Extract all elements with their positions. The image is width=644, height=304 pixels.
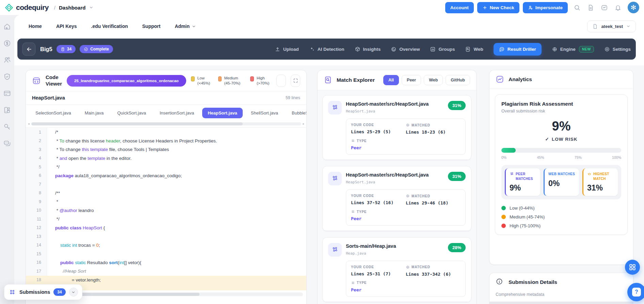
avatar[interactable]: ✻ (628, 2, 639, 13)
code-line[interactable]: 7 (26, 180, 306, 189)
match-type-link[interactable]: Peer (351, 145, 461, 150)
brand[interactable]: codequiry (5, 3, 49, 12)
your-code-label: YOUR CODE (351, 265, 406, 269)
sidebar-palette-icon[interactable] (3, 106, 11, 114)
current-file-name: HeapSort.java (32, 95, 65, 101)
file-tab-bubblesort-java[interactable]: BubbleSort.java (286, 108, 307, 118)
sidebar-key-icon[interactable] (3, 123, 11, 131)
impersonate-button[interactable]: Impersonate (523, 2, 568, 13)
toolbar-tab-result-driller[interactable]: Result Driller (494, 43, 542, 56)
sidebar-users-icon[interactable] (3, 56, 11, 64)
toolbar-tab-ai-detection[interactable]: AI Detection (309, 46, 344, 52)
file-tab-quicksort-java[interactable]: QuickSort.java (112, 108, 151, 118)
file-tab-shellsort-java[interactable]: ShellSort.java (245, 108, 284, 118)
breadcrumb-page[interactable]: Dashboard (59, 5, 85, 11)
code-line[interactable]: 3 * To change this template file, choose… (26, 145, 306, 154)
account-button[interactable]: Account (445, 2, 474, 13)
file-tab-selectionsort-java[interactable]: SelectionSort.java (30, 108, 77, 118)
analytics-panel: Analytics Plagiarism Risk Assessment Ove… (489, 70, 633, 265)
toolbar-square-button[interactable] (276, 75, 286, 87)
code-line[interactable]: 4 * and open the template in the editor. (26, 154, 306, 163)
code-line[interactable]: 10 * @author leandro (26, 206, 306, 215)
code-line[interactable]: 13 (26, 232, 306, 241)
code-viewer-panel: Code Viewer 25_leandroguarino_comparacao… (26, 70, 307, 304)
match-title[interactable]: HeapSort-master/src/HeapSort.java (346, 101, 429, 107)
sidebar-shield-check-icon[interactable] (3, 73, 11, 81)
line-number: 6 (26, 171, 47, 180)
toolbar-tab-insights[interactable]: Insights (355, 46, 381, 52)
toolbar-tab-groups[interactable]: Groups (430, 46, 455, 52)
toolbar-tab-web[interactable]: Web (465, 46, 483, 52)
file-tabs-scrollbar[interactable]: ◂ ▸ (26, 121, 306, 128)
match-card: HeapSort-master/src/HeapSort.javaHeapSor… (322, 166, 471, 231)
code-line[interactable]: 9 * (26, 197, 306, 206)
code-line[interactable]: 1/* (26, 128, 306, 137)
scroll-left-icon[interactable]: ◂ (28, 122, 30, 125)
messages-icon[interactable] (598, 2, 610, 13)
file-tab-heapsort-java[interactable]: HeapSort.java (202, 108, 243, 118)
file-tab-main-java[interactable]: Main.java (79, 108, 109, 118)
match-title[interactable]: Sorts-main/Heap.java (346, 243, 396, 249)
submission-filename-pill[interactable]: 25_leandroguarino_comparacao_algoritmos_… (67, 75, 186, 87)
nav-item-admin[interactable]: Admin (175, 24, 196, 29)
code-line[interactable]: 18 = vetor.length; (26, 276, 306, 285)
nav-item-home[interactable]: Home (29, 24, 42, 29)
code-line[interactable]: 14 static int trocas = 0; (26, 241, 306, 250)
legend-dot (501, 206, 506, 210)
document-icon[interactable] (585, 2, 596, 13)
sidebar-chats-icon[interactable] (3, 139, 11, 148)
sidebar-credit-card-icon[interactable] (3, 89, 11, 97)
filter-peer[interactable]: Peer (402, 75, 421, 85)
scroll-right-icon[interactable]: ▸ (303, 122, 304, 125)
filter-github[interactable]: GitHub (446, 75, 470, 85)
scrollbar-track[interactable] (31, 122, 302, 125)
search-icon[interactable] (571, 2, 583, 13)
match-type-link[interactable]: Peer (351, 287, 461, 292)
filter-web[interactable]: Web (424, 75, 443, 85)
toolbar-tab-overview[interactable]: Overview (391, 46, 420, 52)
panel-scrollbar[interactable] (489, 302, 633, 304)
code-line[interactable]: 16 public static Resultado sort(int[] ve… (26, 258, 306, 267)
toolbar-tab-engine[interactable]: EngineNEW (552, 46, 594, 52)
breadcrumb[interactable]: / Dashboard (54, 5, 94, 11)
toolbar-tab-settings[interactable]: Settings (604, 46, 631, 52)
code-line[interactable]: 8/** (26, 189, 306, 198)
view-full-match-button[interactable]: View Full Match (323, 159, 471, 160)
fullscreen-button[interactable] (291, 75, 300, 87)
help-fab[interactable]: ? (627, 283, 644, 301)
code-line[interactable]: 12public class HeapSort { (26, 224, 306, 232)
file-tab-insertionsort-java[interactable]: InsertionSort.java (154, 108, 199, 118)
code-line[interactable]: 2 * To change this license header, choos… (26, 137, 306, 146)
filter-all[interactable]: All (383, 75, 399, 85)
code-area[interactable]: 1/*2 * To change this license header, ch… (26, 128, 306, 290)
risk-heading: Plagiarism Risk Assessment (501, 101, 621, 107)
nav-item-support[interactable]: Support (142, 24, 161, 29)
new-check-button[interactable]: New Check (477, 2, 519, 13)
match-title[interactable]: HeapSort-master/src/HeapSort.java (346, 172, 429, 178)
toolbar-tab-upload[interactable]: Upload (275, 46, 299, 52)
line-number: 14 (26, 241, 47, 250)
back-button[interactable] (22, 43, 35, 56)
chevron-down-icon[interactable] (89, 5, 94, 10)
code-line[interactable]: 11 */ (26, 215, 306, 224)
code-line[interactable]: 5 */ (26, 163, 306, 171)
submissions-chevron-button[interactable] (69, 288, 78, 297)
view-full-match-button[interactable]: View Full Match (323, 230, 471, 231)
code-line[interactable]: 6package aula18_comparacao_algoritmos_or… (26, 171, 306, 180)
match-type-link[interactable]: Peer (351, 216, 461, 221)
scale-tick: 0% (501, 155, 506, 159)
sidebar-dollar-icon[interactable] (3, 39, 11, 47)
nav-item-eduverification[interactable]: .edu Verification (91, 24, 128, 29)
bell-icon[interactable] (612, 2, 624, 13)
apps-grid-fab[interactable] (625, 260, 640, 275)
submissions-widget[interactable]: Submissions 34 (4, 284, 82, 300)
nav-item-apikeys[interactable]: API Keys (56, 24, 77, 29)
workspace-selector[interactable]: ateek_test (587, 20, 636, 32)
sidebar-home-icon[interactable] (3, 22, 11, 31)
cluster-icon (328, 243, 342, 257)
code-line[interactable]: 15 (26, 249, 306, 258)
view-full-match-button[interactable]: View Full Match (323, 302, 471, 302)
code-line[interactable]: 17 //Heap Sort (26, 267, 306, 276)
scrollbar-thumb[interactable] (32, 122, 243, 125)
line-number: 12 (26, 224, 47, 232)
